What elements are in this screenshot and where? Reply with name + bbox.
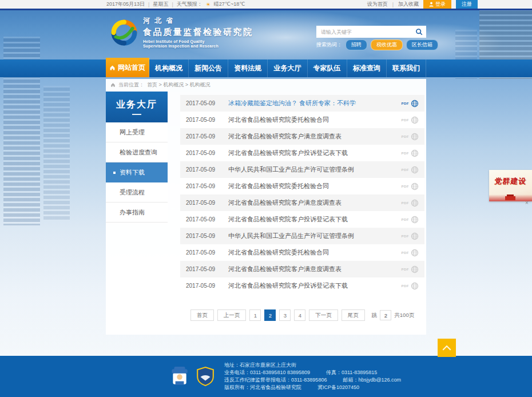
jump-label: 跳 <box>372 312 378 319</box>
add-favorite-link[interactable]: 加入收藏 <box>398 1 419 8</box>
table-row[interactable]: 2017-05-09 河北省食品检验研究院客户投诉登记表下载 PDF <box>180 211 424 228</box>
pdf-icon: PDF <box>402 218 410 221</box>
jump-page-input[interactable] <box>380 310 391 320</box>
row-file-icons[interactable]: PDF <box>402 232 419 240</box>
main-nav: 网站首页 机构概况 新闻公告 资料法规 业务大厅 专家队伍 标准查询 联系我们 <box>0 59 532 77</box>
hot-word-mailbox[interactable]: 区长信箱 <box>406 39 438 50</box>
row-date: 2017-05-09 <box>186 266 220 272</box>
table-row[interactable]: 2017-05-09 河北省食品检验研究院委托检验合同 PDF <box>180 112 424 128</box>
nav-item-contact[interactable]: 联系我们 <box>387 59 426 77</box>
row-file-icons[interactable]: PDF <box>402 282 419 290</box>
total-pages-label: 共100页 <box>394 312 414 319</box>
page-number-4[interactable]: 4 <box>294 309 305 321</box>
page-number-2-active[interactable]: 2 <box>264 309 276 321</box>
row-file-icons[interactable]: PDF <box>402 100 419 108</box>
nav-item-regulations[interactable]: 资料法规 <box>228 59 268 77</box>
page-first-button[interactable]: 首页 <box>190 309 214 321</box>
page-last-button[interactable]: 尾页 <box>342 309 365 321</box>
tiananmen-icon <box>505 196 515 200</box>
row-title-link[interactable]: 河北省食品检验研究院委托检验合同 <box>228 182 402 190</box>
nav-item-service-hall[interactable]: 业务大厅 <box>268 59 307 77</box>
back-to-top-button[interactable] <box>438 339 456 357</box>
page-number-3[interactable]: 3 <box>279 309 291 321</box>
row-title-link[interactable]: 河北省食品检验研究院客户投诉登记表下载 <box>228 281 402 290</box>
search-input[interactable] <box>316 26 411 38</box>
globe-icon <box>411 199 419 207</box>
row-file-icons[interactable]: PDF <box>402 216 419 224</box>
sidebar-item-online-acceptance[interactable]: 网上受理 <box>106 122 168 142</box>
row-date: 2017-05-09 <box>186 249 220 256</box>
table-row[interactable]: 2017-05-09 河北省食品检验研究院客户满意度调查表 PDF <box>180 261 424 277</box>
row-title-link[interactable]: 河北省食品检验研究院客户满意度调查表 <box>228 265 402 273</box>
row-title-link[interactable]: 冰箱冷藏能鉴定地沟油？ 食研所专家：不科学 <box>228 99 402 108</box>
page-jump: 跳 共100页 <box>372 310 414 320</box>
nav-item-about[interactable]: 机构概况 <box>149 59 189 77</box>
org-name-en2: Supervision Inspection and Research <box>143 44 253 49</box>
register-button[interactable]: 注册 <box>456 0 478 9</box>
row-file-icons[interactable]: PDF <box>402 249 419 257</box>
row-date: 2017-05-09 <box>186 100 220 106</box>
page-prev-button[interactable]: 上一页 <box>217 309 247 321</box>
nav-item-home[interactable]: 网站首页 <box>106 58 149 77</box>
row-file-icons[interactable]: PDF <box>402 265 419 273</box>
row-file-icons[interactable]: PDF <box>402 199 419 207</box>
nav-item-news[interactable]: 新闻公告 <box>189 59 228 77</box>
sidebar-item-progress-query[interactable]: 检验进度查询 <box>106 142 168 162</box>
row-file-icons[interactable]: PDF <box>402 166 419 174</box>
breadcrumb-trail[interactable]: 首页 > 机构概况 > 机构概况 <box>147 81 211 89</box>
sun-icon: ☀ <box>206 2 211 7</box>
sidebar-item-guide[interactable]: 办事指南 <box>106 203 168 223</box>
search-button[interactable] <box>411 26 426 38</box>
home-icon <box>110 82 116 88</box>
row-file-icons[interactable]: PDF <box>402 182 419 190</box>
row-title-link[interactable]: 中华人民共和国工业产品生产许可证管理条例 <box>228 165 402 174</box>
hot-words-row: 搜索热词： 招聘 税收优惠 区长信箱 <box>316 39 438 50</box>
table-row[interactable]: 2017-05-09 中华人民共和国工业产品生产许可证管理条例 PDF <box>180 228 424 244</box>
hot-word-recruit[interactable]: 招聘 <box>346 39 367 50</box>
table-row[interactable]: 2017-05-09 冰箱冷藏能鉴定地沟油？ 食研所专家：不科学 PDF <box>180 95 424 112</box>
set-home-link[interactable]: 设为首页 <box>367 1 388 8</box>
weekday-text: 星期五 <box>153 1 168 8</box>
table-row[interactable]: 2017-05-09 河北省食品检验研究院客户投诉登记表下载 PDF <box>180 277 424 294</box>
hot-word-tax[interactable]: 税收优惠 <box>371 39 403 50</box>
page: 2017年05月13日 | 星期五 | 天气预报： ☀ 晴27℃~18℃ 设为首… <box>0 0 532 397</box>
pdf-icon: PDF <box>402 251 410 255</box>
row-title-link[interactable]: 河北省食品检验研究院委托检验合同 <box>228 116 402 124</box>
row-title-link[interactable]: 河北省食品检验研究院客户满意度调查表 <box>228 132 402 141</box>
police-badge-icon[interactable] <box>170 366 189 387</box>
row-title-link[interactable]: 河北省食品检验研究院客户投诉登记表下载 <box>228 215 402 224</box>
login-label: 登录 <box>435 1 446 8</box>
weather-text: 晴27℃~18℃ <box>214 1 245 8</box>
row-date: 2017-05-09 <box>186 200 220 206</box>
party-building-banner[interactable]: 党群建设 <box>489 170 532 201</box>
register-label: 注册 <box>462 1 472 8</box>
table-row[interactable]: 2017-05-09 中华人民共和国工业产品生产许可证管理条例 PDF <box>180 161 424 178</box>
close-icon[interactable]: × <box>525 200 529 206</box>
row-title-link[interactable]: 河北省食品检验研究院委托检验合同 <box>228 248 402 257</box>
row-title-link[interactable]: 河北省食品检验研究院客户投诉登记表下载 <box>228 149 402 157</box>
row-file-icons[interactable]: PDF <box>402 116 419 124</box>
row-title-link[interactable]: 河北省食品检验研究院客户满意度调查表 <box>228 199 402 207</box>
table-row[interactable]: 2017-05-09 河北省食品检验研究院委托检验合同 PDF <box>180 178 424 194</box>
site-logo[interactable]: 河北省 食品质量监督检验研究院 Hebei Institute of Food … <box>111 16 253 49</box>
table-row[interactable]: 2017-05-09 河北省食品检验研究院委托检验合同 PDF <box>180 244 424 261</box>
row-file-icons[interactable]: PDF <box>402 133 419 141</box>
hot-words-label: 搜索热词： <box>316 41 342 49</box>
page-next-button[interactable]: 下一页 <box>309 309 338 321</box>
row-file-icons[interactable]: PDF <box>402 149 419 157</box>
login-button[interactable]: 登录 <box>423 0 451 9</box>
row-date: 2017-05-09 <box>186 216 220 223</box>
table-row[interactable]: 2017-05-09 河北省食品检验研究院客户满意度调查表 PDF <box>180 194 424 211</box>
sidebar-item-downloads[interactable]: 资料下载 <box>106 162 168 182</box>
separator: | <box>148 2 149 7</box>
page-number-1[interactable]: 1 <box>249 309 261 321</box>
row-title-link[interactable]: 中华人民共和国工业产品生产许可证管理条例 <box>228 232 402 240</box>
nav-item-standards[interactable]: 标准查询 <box>347 59 387 77</box>
table-row[interactable]: 2017-05-09 河北省食品检验研究院客户满意度调查表 PDF <box>180 128 424 145</box>
pdf-icon: PDF <box>402 284 410 288</box>
nav-item-experts[interactable]: 专家队伍 <box>308 59 347 77</box>
table-row[interactable]: 2017-05-09 河北省食品检验研究院客户投诉登记表下载 PDF <box>180 145 424 161</box>
trusted-site-badge-icon[interactable] <box>197 367 214 386</box>
sidebar-item-acceptance-process[interactable]: 受理流程 <box>106 182 168 203</box>
building-decor <box>43 86 70 220</box>
